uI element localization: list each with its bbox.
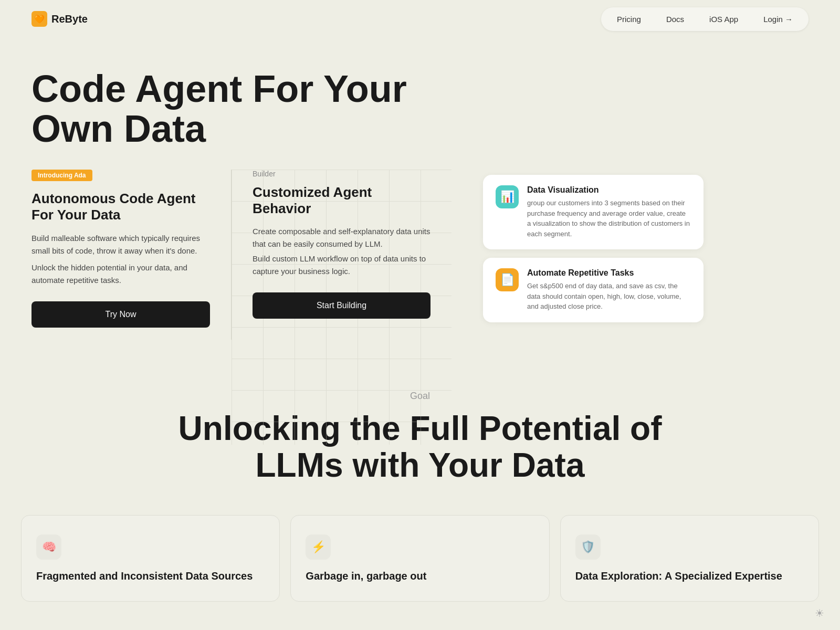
- middle-card-desc2: Build custom LLM workflow on top of data…: [253, 253, 430, 278]
- feature-card-automate: 📄 Automate Repetitive Tasks Get s&p500 e…: [483, 258, 704, 322]
- bottom-card-title-2: Data Exploration: A Specialized Expertis…: [575, 570, 804, 582]
- nav-ios-app[interactable]: iOS App: [699, 10, 749, 28]
- left-card-title: Autonomous Code Agent For Your Data: [32, 191, 210, 223]
- bottom-card-icon-2: 🛡️: [575, 534, 601, 560]
- goal-label: Goal: [32, 391, 808, 402]
- hero-right-cards: 📊 Data Visualization group our customers…: [452, 170, 808, 322]
- bottom-card-0: 🧠 Fragmented and Inconsistent Data Sourc…: [21, 515, 280, 602]
- intro-badge: Introducing Ada: [32, 170, 92, 181]
- goal-section: Goal Unlocking the Full Potential of LLM…: [0, 349, 840, 516]
- automate-desc: Get s&p500 end of day data, and save as …: [527, 281, 691, 312]
- left-card-desc1: Build malleable software which typically…: [32, 232, 210, 257]
- logo-text: ReByte: [51, 13, 88, 25]
- sun-icon: ☀: [815, 607, 824, 620]
- logo-icon: 🧡: [32, 11, 47, 27]
- bottom-card-2: 🛡️ Data Exploration: A Specialized Exper…: [560, 515, 819, 602]
- nav-links: Pricing Docs iOS App Login →: [601, 7, 808, 31]
- visualization-desc: group our customers into 3 segments base…: [527, 198, 691, 239]
- goal-title: Unlocking the Full Potential of LLMs wit…: [158, 410, 682, 484]
- left-card-desc2: Unlock the hidden potential in your data…: [32, 261, 210, 287]
- logo[interactable]: 🧡 ReByte: [32, 11, 88, 27]
- middle-card-title: Customized Agent Behavior: [253, 184, 430, 217]
- builder-label: Builder: [253, 170, 430, 178]
- hero-left-card: Introducing Ada Autonomous Code Agent Fo…: [32, 170, 231, 348]
- visualization-icon: 📊: [496, 185, 519, 208]
- bottom-card-1: ⚡ Garbage in, garbage out: [290, 515, 549, 602]
- bottom-card-icon-1: ⚡: [306, 534, 331, 560]
- nav-docs[interactable]: Docs: [656, 10, 695, 28]
- navbar: 🧡 ReByte Pricing Docs iOS App Login →: [0, 0, 840, 38]
- middle-card-desc1: Create composable and self-explanatory d…: [253, 225, 430, 250]
- bottom-cards: 🧠 Fragmented and Inconsistent Data Sourc…: [0, 515, 840, 602]
- feature-card-visualization: 📊 Data Visualization group our customers…: [483, 175, 704, 249]
- automate-title: Automate Repetitive Tasks: [527, 268, 691, 278]
- bottom-card-title-0: Fragmented and Inconsistent Data Sources: [36, 570, 265, 582]
- hero-cards-row: Introducing Ada Autonomous Code Agent Fo…: [32, 170, 808, 348]
- nav-login[interactable]: Login →: [753, 10, 803, 28]
- hero-middle-card: Builder Customized Agent Behavior Create…: [231, 170, 452, 340]
- nav-pricing[interactable]: Pricing: [606, 10, 652, 28]
- hero-section: Code Agent For Your Own Data Introducing…: [0, 38, 840, 349]
- hero-title: Code Agent For Your Own Data: [32, 69, 425, 149]
- visualization-content: Data Visualization group our customers i…: [527, 185, 691, 239]
- automate-icon: 📄: [496, 268, 519, 291]
- bottom-card-icon-0: 🧠: [36, 534, 61, 560]
- start-building-button[interactable]: Start Building: [253, 292, 430, 319]
- automate-content: Automate Repetitive Tasks Get s&p500 end…: [527, 268, 691, 312]
- try-now-button[interactable]: Try Now: [32, 301, 210, 328]
- bottom-card-title-1: Garbage in, garbage out: [306, 570, 534, 582]
- visualization-title: Data Visualization: [527, 185, 691, 195]
